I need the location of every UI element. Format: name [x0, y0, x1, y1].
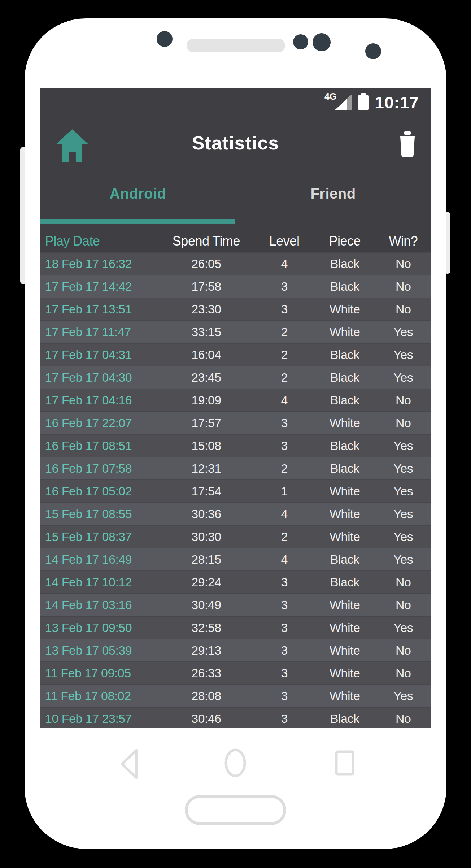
tab-android[interactable]: Android: [40, 186, 235, 202]
cell-win: No: [376, 416, 431, 430]
active-tab-underline: [40, 219, 235, 224]
table-row[interactable]: 17 Feb 17 13:5123:303WhiteNo: [40, 298, 431, 320]
cell-win: No: [376, 712, 431, 726]
cell-play-date: 15 Feb 17 08:55: [40, 507, 157, 521]
earpiece-speaker: [187, 39, 285, 52]
phone-body: 4G 10:17 Statistics An: [25, 18, 446, 849]
cell-level: 3: [255, 621, 314, 635]
cell-play-date: 16 Feb 17 05:02: [40, 484, 157, 498]
cell-level: 3: [255, 575, 314, 589]
cell-piece: Black: [314, 257, 376, 271]
cell-level: 4: [255, 552, 314, 567]
cell-spend-time: 19:09: [157, 393, 255, 407]
table-header-row: Play Date Spend Time Level Piece Win?: [40, 230, 431, 252]
cell-piece: White: [314, 643, 376, 657]
cell-piece: White: [314, 689, 376, 703]
cell-win: Yes: [376, 552, 431, 567]
cell-spend-time: 30:30: [157, 530, 255, 544]
table-row[interactable]: 11 Feb 17 08:0228:083WhiteYes: [40, 684, 431, 707]
cell-play-date: 17 Feb 17 04:31: [40, 348, 157, 362]
tab-friend[interactable]: Friend: [236, 186, 431, 202]
cell-spend-time: 17:54: [157, 484, 255, 498]
status-time: 10:17: [375, 96, 419, 110]
cell-level: 4: [255, 393, 314, 407]
column-header-level: Level: [255, 234, 314, 249]
table-row[interactable]: 17 Feb 17 14:4217:583BlackNo: [40, 275, 431, 298]
column-header-piece: Piece: [314, 234, 376, 249]
app-screen: 4G 10:17 Statistics An: [40, 88, 431, 728]
table-row[interactable]: 16 Feb 17 05:0217:541WhiteYes: [40, 479, 431, 502]
trash-icon: [399, 131, 416, 157]
cell-spend-time: 33:15: [157, 325, 255, 339]
cell-piece: Black: [314, 393, 376, 407]
nav-home-button[interactable]: [224, 748, 247, 779]
cell-spend-time: 15:08: [157, 439, 255, 453]
cell-win: Yes: [376, 530, 431, 544]
cell-level: 2: [255, 325, 314, 339]
cell-win: No: [376, 257, 431, 271]
table-row[interactable]: 10 Feb 17 23:5730:463BlackNo: [40, 707, 431, 728]
cell-piece: White: [314, 666, 376, 680]
column-header-win: Win?: [376, 234, 431, 249]
table-row[interactable]: 17 Feb 17 04:3023:452BlackYes: [40, 366, 431, 389]
cell-spend-time: 26:33: [157, 666, 255, 680]
table-row[interactable]: 18 Feb 17 16:3226:054BlackNo: [40, 252, 431, 275]
cell-win: Yes: [376, 325, 431, 339]
table-row[interactable]: 13 Feb 17 05:3929:133WhiteNo: [40, 639, 431, 661]
table-row[interactable]: 15 Feb 17 08:3730:302WhiteYes: [40, 525, 431, 548]
cell-level: 3: [255, 302, 314, 316]
table-row[interactable]: 14 Feb 17 16:4928:154BlackYes: [40, 548, 431, 570]
delete-button[interactable]: [399, 131, 416, 157]
cell-play-date: 17 Feb 17 04:16: [40, 393, 157, 407]
physical-home-button[interactable]: [185, 795, 286, 825]
recents-square-icon: [335, 750, 354, 776]
cell-level: 2: [255, 370, 314, 385]
cell-play-date: 18 Feb 17 16:32: [40, 257, 157, 271]
cell-level: 4: [255, 507, 314, 521]
table-row[interactable]: 17 Feb 17 04:3116:042BlackYes: [40, 343, 431, 366]
cell-spend-time: 17:57: [157, 416, 255, 430]
cell-win: Yes: [376, 439, 431, 453]
cell-win: Yes: [376, 507, 431, 521]
table-row[interactable]: 16 Feb 17 07:5812:312BlackYes: [40, 457, 431, 479]
table-row[interactable]: 17 Feb 17 11:4733:152WhiteYes: [40, 320, 431, 343]
cell-win: No: [376, 666, 431, 680]
cell-play-date: 14 Feb 17 10:12: [40, 575, 157, 589]
cell-level: 3: [255, 643, 314, 657]
nav-recents-button[interactable]: [335, 750, 354, 777]
network-type-label: 4G: [324, 91, 336, 102]
cell-piece: Black: [314, 370, 376, 385]
table-body: 18 Feb 17 16:3226:054BlackNo17 Feb 17 14…: [40, 252, 431, 728]
cell-piece: White: [314, 325, 376, 339]
cell-piece: Black: [314, 279, 376, 294]
cell-piece: Black: [314, 575, 376, 589]
cell-play-date: 14 Feb 17 03:16: [40, 598, 157, 612]
cell-play-date: 17 Feb 17 11:47: [40, 325, 157, 339]
table-row[interactable]: 11 Feb 17 09:0526:333WhiteNo: [40, 661, 431, 684]
cell-win: No: [376, 393, 431, 407]
table-row[interactable]: 14 Feb 17 10:1229:243BlackNo: [40, 570, 431, 593]
cell-piece: Black: [314, 461, 376, 476]
cell-level: 2: [255, 461, 314, 476]
cell-level: 2: [255, 530, 314, 544]
cell-spend-time: 12:31: [157, 461, 255, 476]
status-bar: 4G 10:17: [324, 91, 419, 110]
cell-play-date: 13 Feb 17 05:39: [40, 643, 157, 657]
cell-spend-time: 26:05: [157, 257, 255, 271]
table-row[interactable]: 15 Feb 17 08:5530:364WhiteYes: [40, 502, 431, 525]
cell-win: No: [376, 643, 431, 657]
table-row[interactable]: 17 Feb 17 04:1619:094BlackNo: [40, 389, 431, 411]
table-row[interactable]: 16 Feb 17 22:0717:573WhiteNo: [40, 411, 431, 434]
table-row[interactable]: 14 Feb 17 03:1630:493WhiteNo: [40, 593, 431, 616]
table-row[interactable]: 16 Feb 17 08:5115:083BlackYes: [40, 434, 431, 457]
nav-back-button[interactable]: [118, 747, 140, 782]
home-circle-icon: [224, 748, 247, 778]
cell-spend-time: 23:45: [157, 370, 255, 385]
cell-piece: Black: [314, 712, 376, 726]
statistics-table: Play Date Spend Time Level Piece Win? 18…: [40, 230, 431, 728]
cell-level: 2: [255, 348, 314, 362]
cell-play-date: 15 Feb 17 08:37: [40, 530, 157, 544]
cell-spend-time: 28:08: [157, 689, 255, 703]
table-row[interactable]: 13 Feb 17 09:5032:583WhiteYes: [40, 616, 431, 639]
column-header-play-date: Play Date: [40, 234, 157, 249]
